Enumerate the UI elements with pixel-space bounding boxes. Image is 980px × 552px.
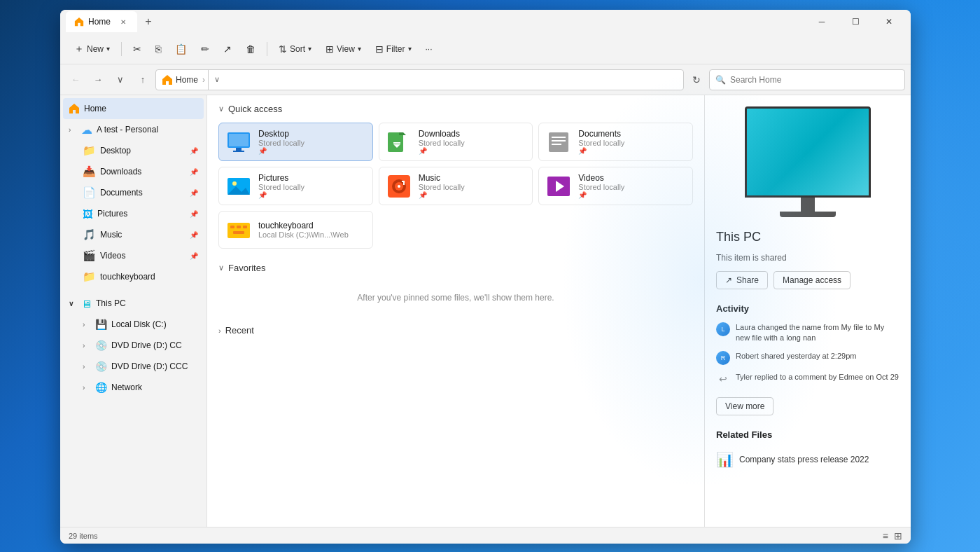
sidebar-item-localdisk[interactable]: › 💾 Local Disk (C:) <box>77 314 204 335</box>
new-tab-button[interactable]: + <box>139 12 158 32</box>
sidebar-item-pictures[interactable]: 🖼 Pictures 📌 <box>77 203 204 224</box>
music-pin: 📌 <box>419 191 465 199</box>
expand-icon-localdisk: › <box>83 321 91 329</box>
favorites-header[interactable]: ∨ Favorites <box>218 263 693 273</box>
expand-icon-dvd2: › <box>83 363 91 371</box>
sidebar-item-home[interactable]: Home <box>63 98 204 119</box>
new-button[interactable]: ＋ New ▾ <box>69 38 115 60</box>
monitor-neck <box>801 198 815 212</box>
sidebar-item-thispc[interactable]: ∨ 🖥 This PC <box>63 293 204 314</box>
touchkeyboard-folder-icon: 📁 <box>83 270 96 283</box>
filter-button[interactable]: ⊟ Filter ▾ <box>370 38 417 60</box>
svg-marker-5 <box>399 132 406 135</box>
pin-icon-documents: 📌 <box>190 189 198 197</box>
copy-button[interactable]: ⎘ <box>150 38 167 60</box>
svg-point-13 <box>232 181 237 186</box>
minimize-button[interactable]: ─ <box>806 11 838 33</box>
favorites-empty-message: After you've pinned some files, we'll sh… <box>218 282 693 314</box>
grid-view-toggle[interactable]: ⊞ <box>894 530 902 541</box>
title-bar: Home ✕ + ─ ☐ ✕ <box>60 10 911 34</box>
activity-avatar-1: R <box>716 351 730 365</box>
toolbar-separator-1 <box>121 42 122 56</box>
sidebar-item-dvd2[interactable]: › 💿 DVD Drive (D:) CCC <box>77 356 204 377</box>
paste-button[interactable]: 📋 <box>169 38 192 60</box>
folder-card-music[interactable]: Music Stored locally 📌 <box>379 167 533 205</box>
activity-list: L Laura changed the name from My file to… <box>716 322 899 386</box>
sidebar-item-atest[interactable]: › ☁ A test - Personal <box>63 119 204 140</box>
address-chevron-button[interactable]: ∨ <box>208 69 225 90</box>
pin-icon-music: 📌 <box>190 231 198 239</box>
address-input[interactable]: Home › ∨ <box>155 69 684 90</box>
svg-rect-27 <box>233 231 244 234</box>
sidebar-item-documents[interactable]: 📄 Documents 📌 <box>77 182 204 203</box>
activity-item-0: L Laura changed the name from My file to… <box>716 322 899 344</box>
refresh-button[interactable]: ↻ <box>687 70 706 90</box>
back-button[interactable]: ← <box>66 70 85 90</box>
sidebar-item-dvd1[interactable]: › 💿 DVD Drive (D:) CC <box>77 335 204 356</box>
sidebar-item-touchkeyboard[interactable]: 📁 touchkeyboard <box>77 266 204 287</box>
right-panel: This PC This item is shared ↗ Share Mana… <box>704 95 911 527</box>
share-toolbar-button[interactable]: ↗ <box>218 38 237 60</box>
related-file-0[interactable]: 📊 Company stats press release 2022 <box>716 448 899 471</box>
svg-rect-25 <box>237 226 241 228</box>
pin-icon-downloads: 📌 <box>190 168 198 176</box>
monitor-image <box>745 106 871 219</box>
list-view-toggle[interactable]: ≡ <box>883 530 888 541</box>
sidebar: Home › ☁ A test - Personal 📁 Desktop 📌 📥… <box>60 95 207 527</box>
sidebar-item-network[interactable]: › 🌐 Network <box>77 377 204 398</box>
activity-avatar-2: ↩ <box>716 372 730 386</box>
more-button[interactable]: ··· <box>420 38 438 60</box>
pin-icon-pictures: 📌 <box>190 210 198 218</box>
close-button[interactable]: ✕ <box>873 11 905 33</box>
forward-button[interactable]: → <box>88 70 108 90</box>
sidebar-item-desktop[interactable]: 📁 Desktop 📌 <box>77 140 204 161</box>
tab-close-button[interactable]: ✕ <box>118 16 129 27</box>
folder-card-desktop[interactable]: Desktop Stored locally 📌 <box>218 123 373 161</box>
view-icon: ⊞ <box>326 43 334 55</box>
home-tab-icon <box>74 17 84 27</box>
sort-button[interactable]: ⇅ Sort ▾ <box>273 38 317 60</box>
paste-icon: 📋 <box>175 43 187 55</box>
panel-title: This PC <box>716 230 899 244</box>
documents-card-icon <box>546 130 571 155</box>
recent-locations-button[interactable]: ∨ <box>111 70 130 90</box>
svg-rect-9 <box>552 137 566 138</box>
up-button[interactable]: ↑ <box>133 70 153 90</box>
recent-header[interactable]: › Recent <box>218 325 693 336</box>
manage-access-button[interactable]: Manage access <box>774 271 850 289</box>
pictures-folder-icon: 🖼 <box>83 208 93 220</box>
home-tab[interactable]: Home ✕ <box>66 11 137 32</box>
home-tab-label: Home <box>88 17 111 27</box>
folder-card-touchkeyboard[interactable]: touchkeyboard Local Disk (C:)\Win...\Web <box>218 211 373 249</box>
panel-shared-label: This item is shared <box>716 253 899 263</box>
maximize-button[interactable]: ☐ <box>839 11 872 33</box>
quick-access-chevron: ∨ <box>218 104 224 113</box>
music-folder-icon: 🎵 <box>83 228 96 241</box>
folder-card-videos[interactable]: Videos Stored locally 📌 <box>538 167 693 205</box>
svg-rect-8 <box>549 132 568 152</box>
cut-button[interactable]: ✂ <box>127 38 147 60</box>
related-files-title: Related Files <box>716 429 899 440</box>
monitor-screen <box>745 106 871 198</box>
view-more-button[interactable]: View more <box>716 397 774 415</box>
file-area: ∨ Quick access Desktop Stored locally 📌 <box>207 95 704 527</box>
folder-card-downloads[interactable]: Downloads Stored locally 📌 <box>379 123 533 161</box>
related-file-icon: 📊 <box>716 451 734 468</box>
folder-card-pictures[interactable]: Pictures Stored locally 📌 <box>218 167 373 205</box>
view-button[interactable]: ⊞ View ▾ <box>320 38 367 60</box>
folder-card-documents[interactable]: Documents Stored locally 📌 <box>538 123 693 161</box>
desktop-folder-icon: 📁 <box>83 144 96 157</box>
sidebar-item-downloads[interactable]: 📥 Downloads 📌 <box>77 161 204 182</box>
share-panel-icon: ↗ <box>725 275 732 285</box>
quick-access-header[interactable]: ∨ Quick access <box>218 104 693 114</box>
sort-icon: ⇅ <box>279 43 287 55</box>
search-input[interactable] <box>730 75 899 85</box>
sidebar-item-videos[interactable]: 🎬 Videos 📌 <box>77 245 204 266</box>
delete-button[interactable]: 🗑 <box>240 38 261 60</box>
rename-button[interactable]: ✏ <box>195 38 215 60</box>
sidebar-item-music[interactable]: 🎵 Music 📌 <box>77 224 204 245</box>
cut-icon: ✂ <box>133 43 141 55</box>
pictures-pin: 📌 <box>258 191 304 199</box>
sidebar-pinned-list: 📁 Desktop 📌 📥 Downloads 📌 📄 Documents 📌 … <box>60 140 206 287</box>
share-panel-button[interactable]: ↗ Share <box>716 271 768 289</box>
